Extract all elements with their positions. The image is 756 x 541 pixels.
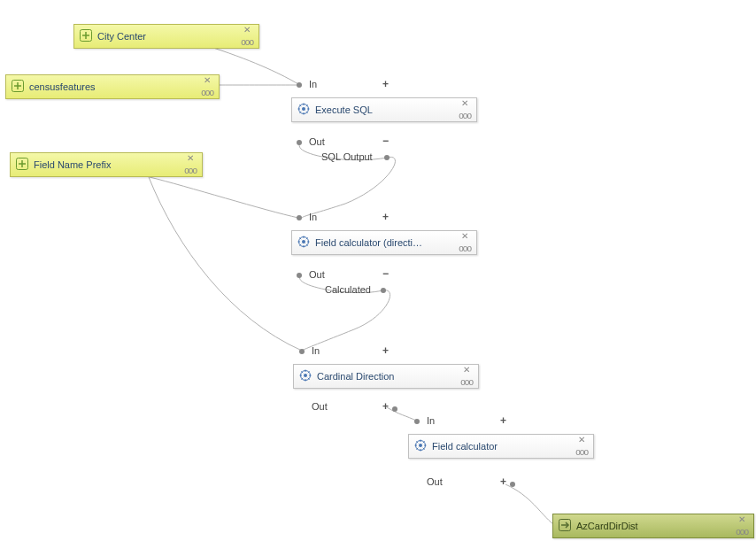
algo-title: Execute SQL: [315, 104, 453, 115]
grip-icon[interactable]: ooo: [184, 166, 197, 175]
out-label: Out: [309, 136, 325, 147]
gear-icon: [297, 103, 310, 117]
input-title: censusfeatures: [29, 81, 196, 92]
port-dot: [297, 82, 302, 88]
grip-icon[interactable]: ooo: [575, 448, 588, 457]
port-dot: [510, 482, 515, 487]
model-canvas[interactable]: City Center ✕ ooo censusfeatures ✕ ooo F…: [0, 0, 756, 541]
port-dot: [297, 273, 302, 278]
out-label: Out: [309, 269, 325, 280]
plus-icon: [16, 158, 28, 172]
grip-icon[interactable]: ooo: [459, 112, 471, 120]
input-title: City Center: [97, 31, 235, 42]
close-icon[interactable]: ✕: [204, 76, 211, 85]
input-city-center[interactable]: City Center ✕ ooo: [73, 24, 259, 49]
port-dot: [384, 155, 390, 160]
grip-icon[interactable]: ooo: [460, 378, 473, 387]
close-icon[interactable]: ✕: [461, 232, 468, 241]
input-field-name-prefix[interactable]: Field Name Prefix ✕ ooo: [10, 152, 203, 177]
close-icon[interactable]: ✕: [187, 154, 194, 163]
algo-field-calc-direction[interactable]: Field calculator (directi… ✕ ooo: [291, 230, 477, 255]
port-dot: [392, 406, 397, 412]
port-dot: [414, 419, 420, 424]
in-label: In: [309, 212, 317, 222]
close-icon[interactable]: ✕: [243, 26, 251, 35]
arrow-right-icon: [559, 519, 571, 533]
expand-out-icon[interactable]: +: [382, 400, 389, 413]
input-census-features[interactable]: censusfeatures ✕ ooo: [5, 74, 220, 99]
algo-field-calculator[interactable]: Field calculator ✕ ooo: [408, 434, 594, 459]
algo-title: Field calculator (directi…: [315, 237, 453, 248]
in-label: In: [309, 79, 317, 89]
gear-icon: [414, 439, 427, 453]
expand-in-icon[interactable]: +: [382, 211, 389, 223]
output-name: SQL Output: [321, 151, 373, 162]
port-dot: [297, 215, 302, 220]
plus-icon: [12, 80, 24, 94]
in-label: In: [427, 415, 435, 426]
grip-icon[interactable]: ooo: [736, 528, 748, 537]
gear-icon: [299, 369, 312, 383]
expand-in-icon[interactable]: +: [500, 414, 506, 427]
out-label: Out: [427, 476, 443, 487]
in-label: In: [312, 345, 320, 356]
grip-icon[interactable]: ooo: [201, 89, 213, 97]
expand-in-icon[interactable]: +: [382, 344, 389, 357]
gear-icon: [297, 236, 310, 250]
port-dot: [297, 140, 302, 145]
svg-point-38: [304, 374, 307, 377]
svg-point-18: [302, 107, 305, 111]
close-icon[interactable]: ✕: [578, 436, 585, 444]
collapse-out-icon[interactable]: −: [382, 267, 389, 280]
algo-cardinal-direction[interactable]: Cardinal Direction ✕ ooo: [293, 364, 479, 389]
expand-in-icon[interactable]: +: [382, 78, 389, 90]
output-az-card-dir-dist[interactable]: AzCardDirDist ✕ ooo: [552, 514, 754, 538]
algo-title: Field calculator: [432, 441, 570, 452]
svg-point-48: [419, 444, 422, 447]
output-title: AzCardDirDist: [576, 521, 730, 531]
output-name: Calculated: [325, 284, 371, 295]
port-dot: [381, 288, 386, 293]
close-icon[interactable]: ✕: [738, 515, 745, 524]
plus-icon: [80, 29, 92, 43]
algo-title: Cardinal Direction: [317, 371, 455, 382]
input-title: Field Name Prefix: [34, 159, 179, 170]
svg-point-28: [302, 240, 305, 243]
close-icon[interactable]: ✕: [461, 99, 468, 108]
algo-execute-sql[interactable]: Execute SQL ✕ ooo: [291, 97, 477, 122]
grip-icon[interactable]: ooo: [241, 38, 253, 47]
port-dot: [299, 349, 305, 354]
grip-icon[interactable]: ooo: [459, 244, 471, 253]
out-label: Out: [312, 401, 328, 412]
expand-out-icon[interactable]: +: [500, 475, 506, 488]
collapse-out-icon[interactable]: −: [382, 135, 389, 147]
close-icon[interactable]: ✕: [463, 366, 470, 375]
